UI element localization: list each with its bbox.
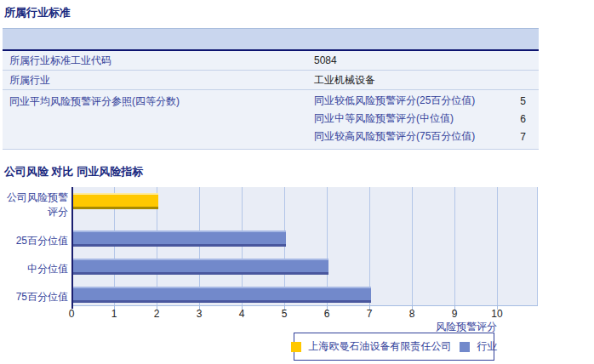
legend-label-industry: 行业 — [477, 339, 498, 354]
table-row: 所属行业标准工业代码 5084 — [3, 51, 539, 71]
legend-swatch-company — [291, 342, 301, 352]
x-tick-label: 5 — [273, 308, 295, 320]
x-tick-label: 2 — [146, 308, 168, 320]
industry-standard-table: 所属行业标准工业代码 5084 所属行业 工业机械设备 同业平均风险预警评分参照… — [3, 28, 539, 150]
group-item: 同业较低风险预警评分(25百分位值) 5 — [307, 92, 539, 110]
group-item-value-75pct: 7 — [502, 131, 539, 143]
x-axis-line — [71, 305, 538, 306]
category-label-median: 中分位值 — [0, 262, 68, 276]
gridline — [497, 187, 498, 305]
legend-label-company: 上海欧曼石油设备有限责任公司 — [309, 339, 452, 354]
group-row-items: 同业较低风险预警评分(25百分位值) 5 同业中等风险预警评分(中位值) 6 同… — [307, 92, 539, 145]
category-label-company-score: 公司风险预警评分 — [0, 191, 68, 219]
legend-swatch-industry — [460, 342, 470, 352]
x-tick-label: 1 — [103, 308, 125, 320]
x-tick-label: 8 — [401, 308, 423, 320]
category-label-25pct: 25百分位值 — [0, 234, 68, 248]
group-item-value-25pct: 5 — [502, 95, 539, 107]
category-label-75pct: 75百分位值 — [0, 290, 68, 304]
x-tick-label: 0 — [60, 308, 83, 320]
row-value-industry: 工业机械设备 — [307, 73, 375, 88]
x-tick-label: 9 — [443, 308, 465, 320]
table-group-row: 同业平均风险预警评分参照(四等分数) 同业较低风险预警评分(25百分位值) 5 … — [3, 90, 539, 150]
group-item: 同业较高风险预警评分(75百分位值) 7 — [307, 128, 539, 145]
group-row-label: 同业平均风险预警评分参照(四等分数) — [3, 92, 307, 145]
y-axis-line — [71, 187, 73, 309]
group-item-label-75pct: 同业较高风险预警评分(75百分位值) — [307, 129, 502, 144]
bar-industry — [73, 287, 371, 303]
bar-industry — [73, 230, 286, 247]
gridline — [537, 187, 538, 305]
x-tick-label: 4 — [231, 308, 253, 320]
group-item-value-median: 6 — [502, 113, 539, 125]
group-item-label-25pct: 同业较低风险预警评分(25百分位值) — [307, 94, 502, 108]
legend: 上海欧曼石油设备有限责任公司 行业 — [294, 333, 494, 361]
group-item: 同业中等风险预警评分(中位值) 6 — [307, 110, 539, 128]
section-title-risk-comparison: 公司风险 对比 同业风险指标 — [4, 164, 143, 179]
row-label-industry: 所属行业 — [3, 73, 307, 88]
table-row: 所属行业 工业机械设备 — [3, 71, 539, 90]
x-axis-tick-labels: 012345678910 — [71, 308, 548, 320]
row-label-industry-code: 所属行业标准工业代码 — [3, 54, 307, 68]
group-item-label-median: 同业中等风险预警评分(中位值) — [307, 111, 502, 126]
x-tick-label: 3 — [188, 308, 210, 320]
x-tick-label: 7 — [358, 308, 380, 320]
gridline — [454, 187, 455, 305]
table-header-band — [3, 28, 539, 51]
x-tick-label: 10 — [486, 308, 508, 320]
plot-area — [71, 187, 538, 305]
x-tick-label: 6 — [316, 308, 338, 320]
gridline — [412, 187, 413, 305]
row-value-industry-code: 5084 — [307, 54, 337, 66]
bar-company — [73, 193, 158, 209]
bar-industry — [73, 259, 328, 275]
section-title-industry-standard: 所属行业标准 — [4, 5, 71, 20]
